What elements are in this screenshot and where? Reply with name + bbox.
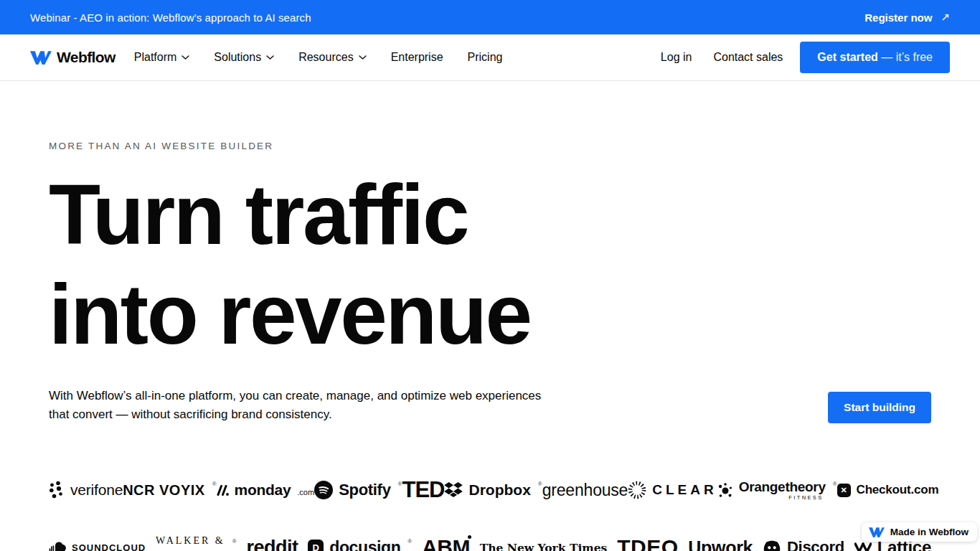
tdeo-wordmark: TDEO bbox=[617, 535, 678, 551]
hero-section: MORE THAN AN AI WEBSITE BUILDER Turn tra… bbox=[0, 141, 980, 423]
clear-icon bbox=[628, 481, 646, 499]
abm-wordmark: ABM bbox=[422, 535, 470, 551]
logo-upwork: Upwork bbox=[688, 537, 753, 551]
docusign-icon: D bbox=[308, 540, 324, 551]
nav-item-label: Resources bbox=[298, 51, 353, 64]
webflow-logo[interactable]: Webflow bbox=[30, 49, 116, 66]
webflow-badge-icon bbox=[869, 527, 885, 537]
logo-clear: CLEAR bbox=[628, 481, 717, 499]
registered-mark: ® bbox=[232, 538, 237, 545]
monday-wordmark: monday bbox=[235, 481, 291, 499]
walker-dunlop-line1: WALKER & bbox=[156, 534, 225, 548]
registered-mark: ® bbox=[407, 538, 412, 545]
verifone-wordmark: verifone bbox=[70, 481, 123, 499]
hero-heading: Turn traffic into revenue bbox=[49, 165, 980, 364]
logo-spotify: Spotify ® bbox=[314, 481, 402, 499]
webflow-homepage: Webinar - AEO in action: Webflow’s appro… bbox=[0, 0, 980, 551]
checkout-icon: ✕ bbox=[837, 484, 851, 497]
logo-checkout-com: ✕ Checkout.com bbox=[837, 483, 939, 497]
nav-item-label: Solutions bbox=[214, 51, 261, 64]
nav-menu: Platform Solutions Resources Enterprise … bbox=[134, 51, 503, 64]
customer-logos-row2: SOUNDCLOUD WALKER & DUNLOP ® reddit D do… bbox=[0, 524, 980, 551]
logo-dropbox: Dropbox ® bbox=[444, 481, 542, 499]
made-in-webflow-label: Made in Webflow bbox=[890, 527, 969, 537]
nav-item-label: Enterprise bbox=[391, 51, 443, 64]
chevron-down-icon bbox=[266, 55, 274, 60]
docusign-wordmark: docusign bbox=[329, 538, 400, 551]
made-in-webflow-badge[interactable]: Made in Webflow bbox=[862, 522, 977, 542]
registered-mark: ® bbox=[212, 481, 217, 487]
get-started-button[interactable]: Get started — it’s free bbox=[800, 42, 950, 73]
walker-dunlop-text: WALKER & DUNLOP bbox=[156, 534, 225, 551]
logo-abm: ABM bbox=[422, 535, 470, 551]
spotify-icon bbox=[314, 481, 333, 499]
logo-new-york-times: The New York Times bbox=[480, 541, 608, 551]
nav-item-resources[interactable]: Resources bbox=[298, 51, 366, 64]
logo-orangetheory: Orangetheory FITNESS ® bbox=[717, 480, 837, 501]
logo-monday-com: monday.com bbox=[217, 481, 315, 499]
nav-actions: Log in Contact sales Get started — it’s … bbox=[661, 42, 950, 73]
nav-item-enterprise[interactable]: Enterprise bbox=[391, 51, 443, 64]
ted-wordmark: TED bbox=[402, 477, 444, 503]
clear-wordmark: CLEAR bbox=[652, 482, 717, 498]
dropbox-wordmark: Dropbox bbox=[468, 481, 530, 499]
registered-mark: ® bbox=[833, 481, 837, 487]
hero-description: With Webflow’s all-in-one platform, you … bbox=[49, 387, 560, 423]
checkout-wordmark: Checkout.com bbox=[857, 483, 939, 497]
logo-soundcloud: SOUNDCLOUD bbox=[49, 541, 146, 551]
contact-sales-link[interactable]: Contact sales bbox=[713, 51, 783, 64]
hero-heading-line1: Turn traffic bbox=[49, 165, 980, 265]
nav-item-label: Pricing bbox=[468, 51, 503, 64]
get-started-label: Get started bbox=[817, 51, 877, 63]
get-started-sublabel: — it’s free bbox=[878, 51, 933, 63]
reddit-wordmark: reddit bbox=[246, 537, 298, 551]
nav-item-solutions[interactable]: Solutions bbox=[214, 51, 274, 64]
orangetheory-wordmark: Orangetheory bbox=[739, 480, 826, 494]
arrow-up-right-icon: ↗ bbox=[941, 11, 950, 24]
register-now-link[interactable]: Register now ↗ bbox=[864, 11, 950, 24]
logo-greenhouse: greenhouse bbox=[542, 481, 628, 500]
logo-discord: Discord bbox=[763, 538, 844, 551]
logo-walker-dunlop: WALKER & DUNLOP ® bbox=[156, 534, 237, 551]
verifone-icon bbox=[49, 481, 65, 500]
dropbox-icon bbox=[444, 482, 463, 498]
orangetheory-fitness-label: FITNESS bbox=[739, 495, 826, 501]
logo-ted: TED bbox=[402, 477, 444, 503]
log-in-link[interactable]: Log in bbox=[661, 51, 692, 64]
nyt-wordmark: The New York Times bbox=[480, 541, 608, 551]
discord-icon bbox=[763, 540, 781, 551]
monday-dotcom: .com bbox=[297, 488, 314, 496]
logo-reddit: reddit bbox=[246, 537, 298, 551]
start-building-button[interactable]: Start building bbox=[828, 392, 931, 423]
promo-banner-message: Webinar - AEO in action: Webflow’s appro… bbox=[30, 11, 311, 24]
soundcloud-wordmark: SOUNDCLOUD bbox=[72, 542, 146, 551]
webflow-logo-icon bbox=[30, 51, 52, 65]
greenhouse-wordmark: greenhouse bbox=[542, 481, 628, 500]
upwork-wordmark: Upwork bbox=[688, 537, 753, 551]
hero-eyebrow: MORE THAN AN AI WEBSITE BUILDER bbox=[49, 141, 980, 151]
registered-mark: ® bbox=[398, 481, 402, 487]
registered-mark: ® bbox=[538, 481, 542, 487]
chevron-down-icon bbox=[182, 55, 189, 60]
soundcloud-icon bbox=[49, 541, 66, 551]
spotify-wordmark: Spotify bbox=[339, 481, 390, 499]
logo-ncr-voyix: NCR VOYIX ® bbox=[123, 482, 216, 499]
register-now-label: Register now bbox=[864, 11, 932, 24]
promo-banner: Webinar - AEO in action: Webflow’s appro… bbox=[0, 0, 980, 34]
orangetheory-text: Orangetheory FITNESS bbox=[739, 480, 826, 501]
ncr-voyix-wordmark: NCR VOYIX bbox=[123, 482, 205, 499]
logo-tdeo: TDEO bbox=[617, 535, 678, 551]
monday-icon bbox=[217, 485, 229, 496]
main-navigation: Webflow Platform Solutions Resources Ent… bbox=[0, 34, 980, 81]
chevron-down-icon bbox=[359, 55, 367, 60]
nav-item-platform[interactable]: Platform bbox=[134, 51, 190, 64]
walker-dunlop-line2: DUNLOP bbox=[165, 548, 216, 551]
webflow-wordmark: Webflow bbox=[57, 49, 116, 66]
nav-item-label: Platform bbox=[134, 51, 177, 64]
lattice-icon bbox=[854, 542, 872, 551]
discord-wordmark: Discord bbox=[787, 538, 844, 551]
logo-verifone: verifone bbox=[49, 481, 123, 500]
nav-item-pricing[interactable]: Pricing bbox=[468, 51, 503, 64]
customer-logos-row1: verifone NCR VOYIX ® monday.com bbox=[0, 466, 980, 514]
logo-docusign: D docusign ® bbox=[308, 538, 412, 551]
